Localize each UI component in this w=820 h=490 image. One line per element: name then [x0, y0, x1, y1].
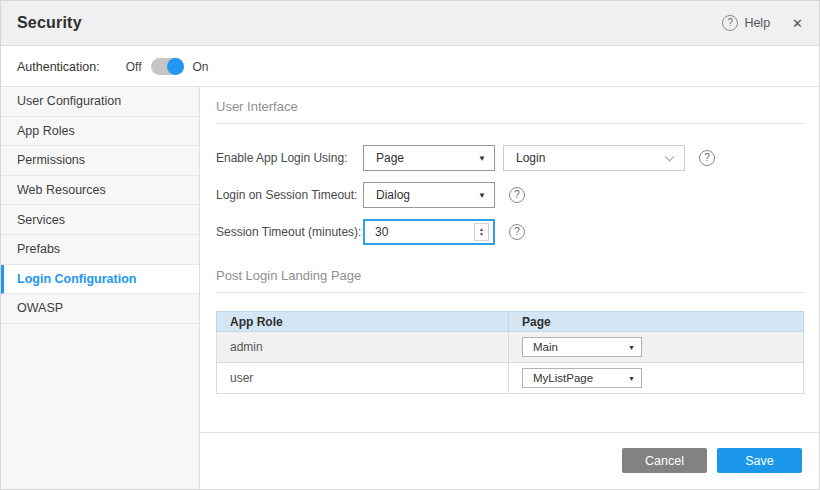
login-configuration-panel: User Interface Enable App Login Using: P… [200, 87, 819, 489]
section-title-user-interface: User Interface [216, 87, 804, 124]
login-on-session-timeout-row: Login on Session Timeout: Dialog ▼ ? [216, 182, 804, 208]
login-on-session-timeout-select[interactable]: Dialog ▼ [363, 182, 495, 208]
caret-down-icon: ▼ [478, 191, 486, 200]
enable-app-login-mode-value: Page [376, 151, 404, 165]
sidebar: User Configuration App Roles Permissions… [1, 87, 200, 489]
table-row-user: user MyListPage ▼ [217, 363, 804, 394]
login-on-session-timeout-value: Dialog [376, 188, 410, 202]
sidebar-item-web-resources[interactable]: Web Resources [1, 176, 199, 206]
help-label: Help [744, 16, 770, 30]
enable-app-login-page-value: Login [516, 151, 545, 165]
help-button[interactable]: ? Help [722, 15, 770, 31]
user-interface-form: Enable App Login Using: Page ▼ Login ? L… [216, 145, 804, 245]
session-timeout-label: Session Timeout (minutes): [216, 225, 363, 239]
session-timeout-input[interactable] [365, 225, 455, 239]
sidebar-item-user-configuration[interactable]: User Configuration [1, 87, 199, 117]
body: User Configuration App Roles Permissions… [1, 87, 819, 489]
stepper-down-icon[interactable]: ▼ [479, 232, 484, 237]
session-timeout-row: Session Timeout (minutes): ▲ ▼ ? [216, 219, 804, 245]
page-column-header: Page [509, 312, 804, 332]
page-title: Security [17, 14, 82, 32]
session-timeout-field: ▲ ▼ [363, 219, 495, 245]
authentication-off-label: Off [126, 60, 142, 74]
post-login-landing-table: App Role Page admin Main ▼ user [216, 311, 804, 394]
app-role-cell: admin [217, 332, 509, 363]
authentication-bar: Authentication: Off On [1, 47, 819, 87]
app-role-column-header: App Role [217, 312, 509, 332]
authentication-on-label: On [193, 60, 209, 74]
table-row-admin: admin Main ▼ [217, 332, 804, 363]
section-title-post-login: Post Login Landing Page [216, 256, 804, 293]
caret-down-icon: ▼ [628, 375, 635, 382]
enable-app-login-help-icon[interactable]: ? [699, 150, 715, 166]
login-on-session-timeout-help-icon[interactable]: ? [509, 187, 525, 203]
enable-app-login-row: Enable App Login Using: Page ▼ Login ? [216, 145, 804, 171]
security-dialog: Security ? Help ✕ Authentication: Off On… [0, 0, 820, 490]
admin-page-value: Main [533, 341, 558, 353]
user-page-select[interactable]: MyListPage ▼ [522, 368, 642, 388]
close-icon[interactable]: ✕ [792, 16, 803, 31]
enable-app-login-label: Enable App Login Using: [216, 151, 363, 165]
authentication-toggle[interactable] [151, 58, 184, 75]
authentication-label: Authentication: [17, 60, 100, 74]
footer-actions: Cancel Save [200, 432, 819, 489]
number-stepper[interactable]: ▲ ▼ [474, 223, 489, 241]
app-role-cell: user [217, 363, 509, 394]
table-header-row: App Role Page [217, 312, 804, 332]
enable-app-login-mode-select[interactable]: Page ▼ [363, 145, 495, 171]
sidebar-item-prefabs[interactable]: Prefabs [1, 235, 199, 265]
caret-down-icon: ▼ [628, 344, 635, 351]
toggle-knob [167, 58, 184, 75]
titlebar: Security ? Help ✕ [1, 1, 819, 46]
caret-down-icon: ▼ [478, 154, 486, 163]
help-question-icon: ? [722, 15, 738, 31]
chevron-down-icon [665, 152, 675, 162]
admin-page-select[interactable]: Main ▼ [522, 337, 642, 357]
sidebar-item-permissions[interactable]: Permissions [1, 146, 199, 176]
login-on-session-timeout-label: Login on Session Timeout: [216, 188, 363, 202]
sidebar-item-owasp[interactable]: OWASP [1, 294, 199, 324]
sidebar-item-services[interactable]: Services [1, 205, 199, 235]
user-page-value: MyListPage [533, 372, 593, 384]
enable-app-login-page-select[interactable]: Login [503, 145, 685, 171]
session-timeout-help-icon[interactable]: ? [509, 224, 525, 240]
sidebar-item-login-configuration[interactable]: Login Configuration [1, 265, 199, 295]
sidebar-item-app-roles[interactable]: App Roles [1, 117, 199, 147]
cancel-button[interactable]: Cancel [622, 448, 707, 473]
save-button[interactable]: Save [717, 448, 802, 473]
